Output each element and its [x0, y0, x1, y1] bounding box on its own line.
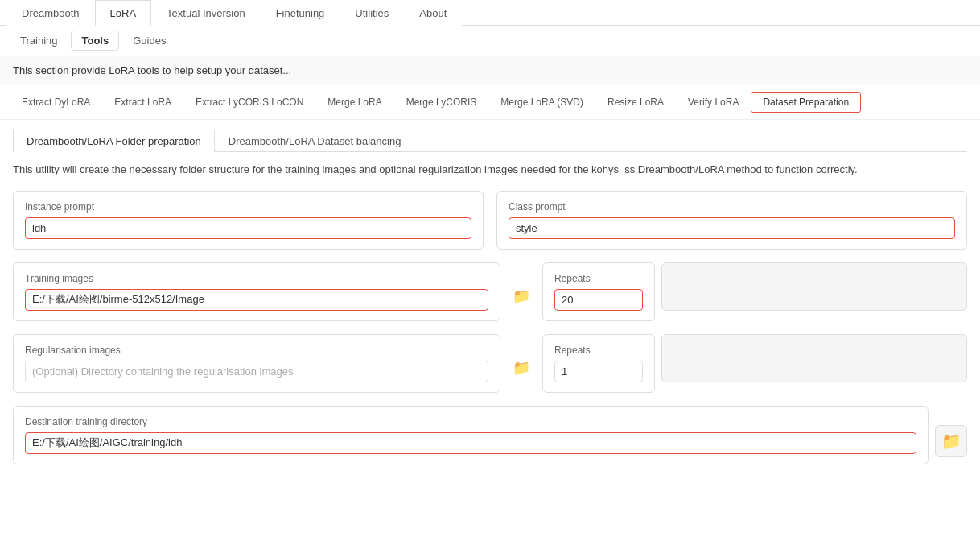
regularisation-images-group: Regularisation images	[13, 334, 500, 393]
info-text: This section provide LoRA tools to help …	[13, 64, 291, 76]
sub-navigation: Training Tools Guides	[0, 26, 980, 56]
subnav-tools[interactable]: Tools	[71, 31, 119, 51]
tool-tab-verify-lora[interactable]: Verify LoRA	[676, 92, 751, 113]
tool-tab-merge-lycoris[interactable]: Merge LyCORIS	[394, 92, 489, 113]
info-bar: This section provide LoRA tools to help …	[0, 56, 980, 85]
tab-about[interactable]: About	[404, 0, 462, 26]
training-repeats-input[interactable]	[554, 289, 643, 311]
regularisation-images-label: Regularisation images	[25, 345, 488, 356]
class-prompt-label: Class prompt	[509, 201, 955, 213]
destination-directory-label: Destination training directory	[25, 416, 916, 427]
regularisation-gray-area	[661, 334, 967, 382]
training-right-section: Repeats	[542, 262, 967, 321]
tool-tab-extract-dylora[interactable]: Extract DyLoRA	[10, 92, 102, 113]
instance-prompt-input[interactable]	[25, 217, 471, 239]
instance-prompt-label: Instance prompt	[25, 201, 471, 213]
tab-dreambooth[interactable]: Dreambooth	[6, 0, 95, 26]
tool-tab-merge-lora-svd[interactable]: Merge LoRA (SVD)	[488, 92, 595, 113]
tool-tab-merge-lora[interactable]: Merge LoRA	[315, 92, 393, 113]
regularisation-repeats-group: Repeats	[542, 334, 655, 393]
regularisation-images-input[interactable]	[25, 361, 488, 382]
destination-directory-input[interactable]	[25, 432, 916, 454]
training-images-row: Training images 📁 Repeats	[13, 262, 967, 321]
subnav-training[interactable]: Training	[10, 31, 68, 51]
folder-icon: 📁	[513, 287, 530, 305]
training-images-folder-button[interactable]: 📁	[507, 282, 536, 311]
panel-tab-dataset-balancing[interactable]: Dreambooth/LoRA Dataset balancing	[215, 130, 415, 152]
tab-textual-inversion[interactable]: Textual Inversion	[151, 0, 261, 26]
top-navigation: Dreambooth LoRA Textual Inversion Finetu…	[0, 0, 980, 26]
training-images-group: Training images	[13, 262, 500, 321]
main-content: Dreambooth/LoRA Folder preparation Dream…	[0, 120, 980, 474]
prompt-row: Instance prompt Class prompt	[13, 191, 967, 250]
subnav-guides[interactable]: Guides	[122, 31, 176, 51]
training-repeats-label: Repeats	[554, 273, 643, 284]
training-repeats-group: Repeats	[542, 262, 655, 321]
destination-row: Destination training directory 📁	[13, 406, 967, 464]
regularisation-images-row: Regularisation images 📁 Repeats	[13, 334, 967, 393]
class-prompt-input[interactable]	[509, 217, 955, 239]
regularisation-repeats-input[interactable]	[554, 361, 643, 382]
tool-tab-extract-lycoris[interactable]: Extract LyCORIS LoCON	[183, 92, 315, 113]
training-images-label: Training images	[25, 273, 488, 284]
folder-icon-3: 📁	[941, 431, 961, 451]
tool-tabs-row: Extract DyLoRA Extract LoRA Extract LyCO…	[0, 85, 980, 120]
destination-folder-button[interactable]: 📁	[935, 425, 967, 457]
regularisation-right-section: Repeats	[542, 334, 967, 393]
utility-description: This utility will create the necessary f…	[13, 162, 967, 178]
class-prompt-group: Class prompt	[496, 191, 967, 250]
panel-tab-folder-prep[interactable]: Dreambooth/LoRA Folder preparation	[13, 130, 215, 152]
tab-utilities[interactable]: Utilities	[340, 0, 404, 26]
training-gray-area	[661, 262, 967, 311]
training-images-input[interactable]	[25, 289, 488, 311]
regularisation-images-folder-button[interactable]: 📁	[507, 353, 536, 382]
tab-lora[interactable]: LoRA	[95, 0, 152, 26]
tool-tab-resize-lora[interactable]: Resize LoRA	[595, 92, 676, 113]
folder-icon-2: 📁	[513, 359, 530, 377]
instance-prompt-group: Instance prompt	[13, 191, 484, 250]
destination-directory-group: Destination training directory	[13, 406, 929, 464]
regularisation-repeats-label: Repeats	[554, 345, 643, 356]
tool-tab-dataset-preparation[interactable]: Dataset Preparation	[751, 92, 861, 113]
tab-finetuning[interactable]: Finetuning	[261, 0, 340, 26]
tool-tab-extract-lora[interactable]: Extract LoRA	[102, 92, 183, 113]
panel-tabs: Dreambooth/LoRA Folder preparation Dream…	[13, 130, 967, 152]
